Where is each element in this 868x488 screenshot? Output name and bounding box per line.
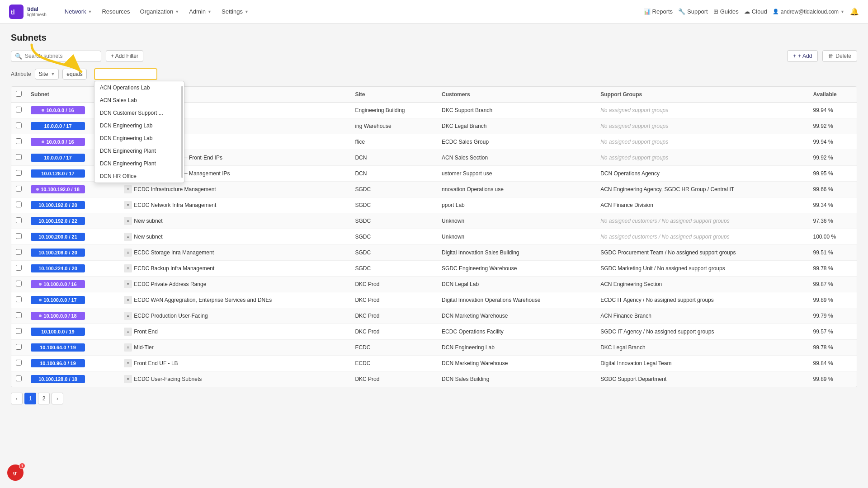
dropdown-item-1[interactable]: ACN Sales Lab (94, 94, 184, 107)
no-support-text: No assigned support groups (600, 123, 668, 129)
row-checkbox[interactable] (16, 360, 22, 366)
name-cell: ≡ECDC Backup Infra Management (119, 261, 350, 277)
subnet-badge[interactable]: 10.0.0.0 / 17 (31, 122, 85, 130)
row-checkbox-cell (11, 213, 26, 229)
row-checkbox[interactable] (16, 154, 22, 160)
available-cell: 99.34 % (809, 197, 857, 213)
customers-cell: Digital Innovation Operations Warehouse (437, 292, 596, 308)
row-checkbox[interactable] (16, 217, 22, 223)
dropdown-item-4[interactable]: DCN Engineering Lab (94, 132, 184, 145)
subnet-badge[interactable]: 10.100.64.0 / 19 (31, 343, 85, 352)
attribute-chevron: ▼ (51, 72, 55, 76)
row-checkbox[interactable] (16, 249, 22, 255)
prev-page-button[interactable]: ‹ (11, 393, 23, 404)
notification-bell[interactable]: 🔔 (850, 7, 859, 16)
attribute-select[interactable]: Site ▼ (35, 69, 59, 80)
subnet-cell: 10.100.0.0 / 17 (26, 292, 119, 308)
row-checkbox[interactable] (16, 202, 22, 207)
row-checkbox[interactable] (16, 138, 22, 144)
dropdown-item-7[interactable]: DCN HR Office (94, 170, 184, 183)
tidal-provider-icon: ≡ (124, 264, 132, 272)
nav-items: Network ▼ Resources Organization ▼ Admin… (60, 5, 643, 18)
row-checkbox[interactable] (16, 186, 22, 192)
row-checkbox[interactable] (16, 170, 22, 176)
site-search-input[interactable] (94, 68, 157, 80)
row-checkbox[interactable] (16, 296, 22, 302)
next-page-button[interactable]: › (52, 393, 63, 404)
subnet-badge[interactable]: 10.100.192.0 / 18 (31, 185, 85, 193)
customers-cell: SGDC Engineering Warehouse (437, 261, 596, 277)
subnet-badge[interactable]: 10.100.224.0 / 20 (31, 264, 85, 272)
row-checkbox[interactable] (16, 312, 22, 318)
row-checkbox-cell (11, 245, 26, 261)
name-cell: ≡New subnet (119, 213, 350, 229)
dropdown-item-0[interactable]: ACN Operations Lab (94, 81, 184, 94)
dropdown-item-5[interactable]: DCN Engineering Plant (94, 145, 184, 157)
nav-organization[interactable]: Organization ▼ (136, 5, 184, 18)
available-cell: 99.89 % (809, 371, 857, 387)
subnet-badge[interactable]: 10.100.208.0 / 20 (31, 249, 85, 257)
subnet-badge[interactable]: 10.100.192.0 / 22 (31, 217, 85, 225)
delete-button[interactable]: 🗑 Delete (822, 50, 857, 62)
support-cell: No assigned support groups (596, 103, 808, 118)
subnet-badge[interactable]: 10.0.128.0 / 17 (31, 169, 85, 178)
select-all-checkbox[interactable] (16, 91, 22, 97)
row-checkbox[interactable] (16, 328, 22, 334)
row-checkbox[interactable] (16, 122, 22, 128)
row-checkbox[interactable] (16, 281, 22, 286)
nav-network[interactable]: Network ▼ (60, 5, 97, 18)
table-row: 10.100.128.0 / 18≡ECDC User-Facing Subne… (11, 371, 857, 387)
row-checkbox[interactable] (16, 265, 22, 271)
chart-icon: 📊 (643, 8, 651, 15)
nav-cloud[interactable]: ☁ Cloud (744, 8, 767, 15)
nav-user[interactable]: 👤 andrew@tidalcloud.com ▼ (773, 9, 844, 15)
row-checkbox[interactable] (16, 107, 22, 113)
row-checkbox[interactable] (16, 344, 22, 350)
name-cell: ≡Front End UF - LB (119, 356, 350, 371)
subnet-badge[interactable]: 10.0.0.0 / 17 (31, 154, 85, 162)
tidal-provider-icon: ≡ (124, 185, 132, 193)
page-1-button[interactable]: 1 (24, 393, 36, 404)
subnet-badge[interactable]: 10.0.0.0 / 16 (31, 138, 85, 146)
subnet-badge[interactable]: 10.100.200.0 / 21 (31, 233, 85, 241)
nav-admin[interactable]: Admin ▼ (184, 5, 216, 18)
subnet-badge[interactable]: 10.100.0.0 / 17 (31, 296, 85, 304)
subnet-badge[interactable]: 10.100.0.0 / 16 (31, 280, 85, 288)
support-cell: No assigned support groups (596, 150, 808, 166)
page-2-button[interactable]: 2 (38, 393, 50, 404)
row-checkbox-cell (11, 292, 26, 308)
dropdown-item-2[interactable]: DCN Customer Support ... (94, 107, 184, 119)
dropdown-item-3[interactable]: DCN Engineering Lab (94, 119, 184, 132)
search-input[interactable] (25, 53, 97, 59)
subnet-badge[interactable]: 10.100.128.0 / 18 (31, 375, 85, 383)
row-checkbox-cell (11, 324, 26, 340)
subnet-badge[interactable]: 10.100.0.0 / 18 (31, 312, 85, 320)
subnet-badge[interactable]: 10.100.0.0 / 19 (31, 328, 85, 336)
subnet-cell: 10.100.192.0 / 22 (26, 213, 119, 229)
dropdown-item-6[interactable]: DCN Engineering Plant (94, 157, 184, 170)
logo[interactable]: tl tidal lightmesh (9, 5, 47, 19)
operator-select[interactable]: equals (62, 69, 86, 80)
nav-reports[interactable]: 📊 Reports (643, 8, 673, 15)
nav-resources[interactable]: Resources (97, 5, 134, 18)
badge-dot (39, 299, 42, 301)
row-checkbox[interactable] (16, 375, 22, 381)
subnet-badge[interactable]: 10.0.0.0 / 16 (31, 106, 85, 114)
available-cell: 99.92 % (809, 150, 857, 166)
nav-user-chevron: ▼ (840, 9, 844, 14)
add-button[interactable]: + + Add (787, 50, 818, 62)
dropdown-scrollbar[interactable] (181, 86, 183, 178)
add-filter-button[interactable]: + Add Filter (106, 50, 143, 62)
nav-settings[interactable]: Settings ▼ (217, 5, 253, 18)
search-box[interactable]: 🔍 (11, 51, 101, 62)
table-row: 10.100.224.0 / 20≡ECDC Backup Infra Mana… (11, 261, 857, 277)
no-support-text: No assigned support groups (600, 107, 668, 113)
site-cell: SGDC (350, 182, 437, 197)
row-checkbox[interactable] (16, 233, 22, 239)
subnet-badge[interactable]: 10.100.192.0 / 20 (31, 201, 85, 209)
subnet-badge[interactable]: 10.100.96.0 / 19 (31, 359, 85, 367)
customers-cell: DCN Marketing Warehouse (437, 308, 596, 324)
nav-guides[interactable]: ⊞ Guides (713, 8, 739, 15)
nav-support[interactable]: 🔧 Support (678, 8, 708, 15)
site-cell: DKC Prod (350, 324, 437, 340)
